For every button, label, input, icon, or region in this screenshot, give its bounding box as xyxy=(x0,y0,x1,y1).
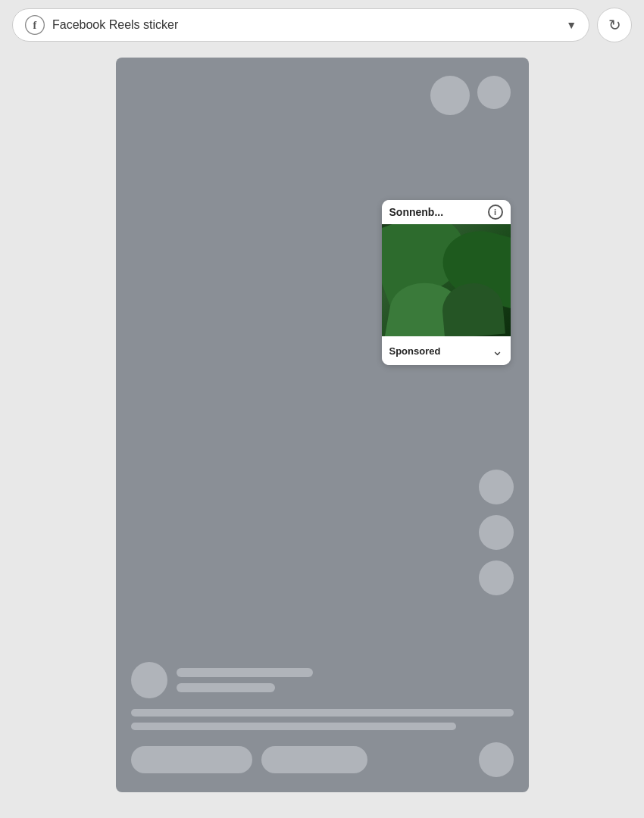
user-info xyxy=(177,668,313,692)
action-circle-3[interactable] xyxy=(479,560,514,595)
right-action-circles xyxy=(479,470,514,595)
action-pill-2[interactable] xyxy=(261,746,367,773)
ad-card-footer: Sponsored ⌄ xyxy=(382,336,511,365)
dropdown-label: Facebook Reels sticker xyxy=(52,18,558,32)
svg-text:f: f xyxy=(33,19,37,31)
caption-line-1 xyxy=(131,709,514,717)
user-row xyxy=(131,662,514,698)
chevron-down-icon: ▼ xyxy=(566,19,577,31)
chevron-icon[interactable]: ⌄ xyxy=(492,342,503,359)
ad-sticker-card[interactable]: Sonnenb... i Sponsored ⌄ xyxy=(382,200,511,365)
bottom-area xyxy=(116,650,529,792)
sticker-dropdown[interactable]: f Facebook Reels sticker ▼ xyxy=(12,8,589,42)
action-circle-2[interactable] xyxy=(479,515,514,550)
top-bar: f Facebook Reels sticker ▼ ↻ xyxy=(0,0,644,50)
sponsored-label: Sponsored xyxy=(389,345,441,357)
avatar-circle-2 xyxy=(477,76,511,109)
bottom-action-circle[interactable] xyxy=(479,742,514,777)
top-circles xyxy=(430,76,511,115)
preview-frame: Sonnenb... i Sponsored ⌄ xyxy=(116,58,529,792)
username-placeholder xyxy=(177,668,313,677)
avatar-circle-1 xyxy=(430,76,470,115)
handle-placeholder xyxy=(177,683,275,692)
action-circle-1[interactable] xyxy=(479,470,514,504)
ad-card-title: Sonnenb... xyxy=(389,206,444,218)
refresh-button[interactable]: ↻ xyxy=(597,8,632,42)
facebook-icon: f xyxy=(25,15,45,35)
action-pill-1[interactable] xyxy=(131,746,252,773)
caption-lines xyxy=(131,709,514,730)
ad-card-header: Sonnenb... i xyxy=(382,200,511,224)
info-icon[interactable]: i xyxy=(488,204,503,220)
action-buttons-row xyxy=(131,742,514,777)
caption-line-2 xyxy=(131,723,456,730)
user-avatar xyxy=(131,662,167,698)
ad-card-image xyxy=(382,224,511,336)
